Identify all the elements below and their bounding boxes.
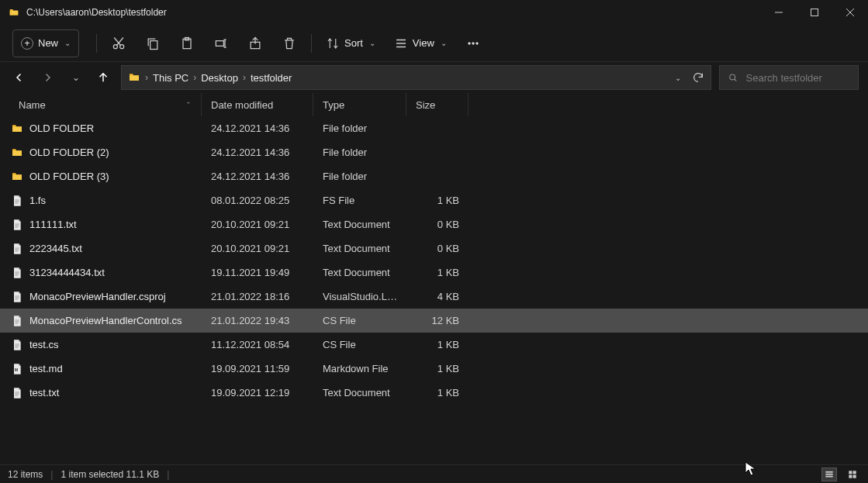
file-type: File folder (313, 147, 406, 158)
breadcrumb[interactable]: testfolder (251, 72, 292, 84)
trash-icon (282, 36, 297, 51)
column-header-date[interactable]: Date modified (202, 93, 313, 116)
file-row[interactable]: 111111.txt20.10.2021 09:21Text Document0… (0, 212, 868, 236)
file-row[interactable]: MonacoPreviewHandlerControl.cs21.01.2022… (0, 309, 868, 333)
file-type: Text Document (313, 219, 406, 230)
file-row[interactable]: test.md19.09.2021 11:59Markdown File1 KB (0, 357, 868, 381)
refresh-button[interactable] (692, 71, 704, 84)
folder-icon (11, 122, 23, 135)
chevron-right-icon: › (145, 72, 148, 83)
file-list[interactable]: OLD FOLDER24.12.2021 14:36File folderOLD… (0, 116, 868, 464)
chevron-down-icon[interactable]: ⌄ (675, 74, 681, 82)
new-label: New (38, 37, 58, 49)
column-header-type[interactable]: Type (313, 93, 406, 116)
separator (96, 34, 97, 53)
file-name: OLD FOLDER (29, 122, 94, 134)
file-name-cell: 1.fs (8, 195, 202, 207)
file-row[interactable]: 2223445.txt20.10.2021 09:21Text Document… (0, 236, 868, 260)
toolbar: + New ⌄ Sort ⌄ View ⌄ (0, 25, 868, 62)
cut-icon (111, 36, 126, 51)
titlebar: C:\Users\aaron\Desktop\testfolder (0, 0, 868, 25)
file-date: 24.12.2021 14:36 (202, 147, 313, 158)
forward-button[interactable] (37, 67, 57, 88)
file-row[interactable]: MonacoPreviewHandler.csproj21.01.2022 18… (0, 285, 868, 309)
view-button[interactable]: View ⌄ (385, 29, 456, 57)
cut-button[interactable] (102, 29, 136, 57)
search-icon (728, 71, 738, 84)
file-row[interactable]: 31234444434.txt19.11.2021 19:49Text Docu… (0, 260, 868, 285)
file-name: OLD FOLDER (2) (29, 147, 109, 158)
status-bar: 12 items | 1 item selected 11.1 KB | (0, 464, 868, 483)
file-size: 1 KB (406, 387, 469, 398)
folder-icon (128, 71, 140, 84)
minimize-button[interactable] (761, 0, 797, 25)
folder-icon (11, 171, 23, 183)
folder-icon (11, 147, 23, 159)
large-icons-view-toggle[interactable] (845, 467, 860, 481)
window-title: C:\Users\aaron\Desktop\testfolder (26, 7, 761, 18)
file-row[interactable]: OLD FOLDER (2)24.12.2021 14:36File folde… (0, 140, 868, 164)
more-button[interactable] (456, 29, 490, 57)
recent-dropdown[interactable]: ⌄ (65, 67, 85, 88)
file-row[interactable]: 1.fs08.01.2022 08:25FS File1 KB (0, 188, 868, 212)
file-type: Text Document (313, 387, 406, 398)
delete-button[interactable] (272, 29, 306, 57)
file-date: 11.12.2021 08:54 (202, 339, 313, 350)
file-type: Text Document (313, 267, 406, 278)
file-row[interactable]: test.cs11.12.2021 08:54CS File1 KB (0, 333, 868, 357)
sort-caret-icon: ⌃ (185, 101, 192, 109)
file-name: test.md (29, 363, 63, 374)
plus-icon: + (21, 37, 33, 50)
file-icon (11, 195, 23, 207)
file-size: 1 KB (406, 267, 469, 278)
back-button[interactable] (9, 67, 29, 88)
maximize-button[interactable] (797, 0, 832, 25)
column-headers: Name ⌃ Date modified Type Size (0, 93, 868, 116)
file-size: 0 KB (406, 219, 469, 230)
folder-icon (8, 7, 20, 18)
file-date: 20.10.2021 09:21 (202, 243, 313, 254)
file-icon (11, 267, 23, 279)
new-button[interactable]: + New ⌄ (12, 29, 79, 57)
file-name: 111111.txt (29, 219, 77, 230)
file-row[interactable]: OLD FOLDER24.12.2021 14:36File folder (0, 116, 868, 140)
chevron-right-icon: › (193, 72, 196, 83)
search-box[interactable] (719, 65, 859, 90)
file-date: 21.01.2022 18:16 (202, 291, 313, 302)
file-name: test.cs (29, 339, 59, 350)
breadcrumb[interactable]: Desktop (201, 72, 238, 84)
address-bar[interactable]: › This PC › Desktop › testfolder ⌄ (121, 65, 711, 90)
copy-icon (145, 36, 161, 51)
separator (311, 34, 312, 53)
close-button[interactable] (832, 0, 868, 25)
file-name-cell: OLD FOLDER (2) (8, 147, 202, 159)
up-button[interactable] (93, 67, 113, 88)
file-date: 20.10.2021 09:21 (202, 219, 313, 230)
breadcrumb[interactable]: This PC (153, 72, 188, 84)
file-name: 1.fs (29, 195, 46, 206)
file-icon (11, 387, 23, 399)
file-icon (11, 339, 23, 351)
paste-icon (179, 36, 195, 51)
file-row[interactable]: test.txt19.09.2021 12:19Text Document1 K… (0, 381, 868, 405)
chevron-down-icon: ⌄ (64, 39, 71, 47)
paste-button[interactable] (170, 29, 204, 57)
copy-button[interactable] (136, 29, 170, 57)
column-header-size[interactable]: Size (406, 93, 469, 116)
file-size: 1 KB (406, 339, 469, 350)
file-type: CS File (313, 315, 406, 326)
chevron-down-icon: ⌄ (441, 39, 447, 47)
file-name-cell: 2223445.txt (8, 243, 202, 255)
details-view-toggle[interactable] (821, 467, 837, 481)
column-header-name[interactable]: Name ⌃ (0, 93, 202, 116)
sort-button[interactable]: Sort ⌄ (316, 29, 385, 57)
file-type: VisualStudio.Laun... (313, 291, 406, 302)
file-type: Text Document (313, 243, 406, 254)
file-name: 2223445.txt (29, 243, 82, 254)
file-size: 1 KB (406, 363, 469, 374)
share-button[interactable] (238, 29, 272, 57)
search-input[interactable] (746, 72, 850, 84)
file-icon (11, 363, 23, 375)
rename-button[interactable] (204, 29, 238, 57)
file-row[interactable]: OLD FOLDER (3)24.12.2021 14:36File folde… (0, 164, 868, 188)
